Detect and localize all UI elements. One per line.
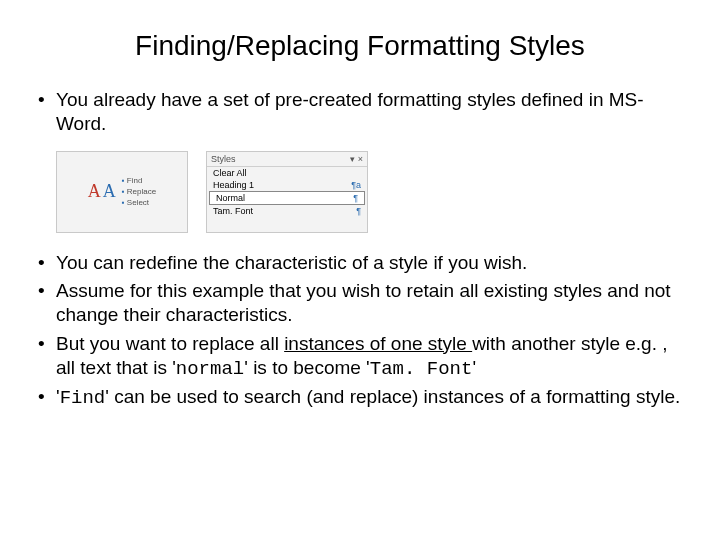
bullet-list: You already have a set of pre-created fo… xyxy=(34,88,686,137)
select-label: Select xyxy=(122,198,156,207)
code-text: Tam. Font xyxy=(370,358,473,380)
bullet-list-2: You can redefine the characteristic of a… xyxy=(34,251,686,411)
style-item: Clear All xyxy=(213,168,247,178)
replace-label: Replace xyxy=(122,187,156,196)
bullet-1: You already have a set of pre-created fo… xyxy=(34,88,686,137)
styles-pane-title: Styles xyxy=(211,154,236,164)
styles-close-icon: ▾ × xyxy=(350,154,363,164)
paragraph-mark-icon: ¶ xyxy=(356,206,361,216)
bullet-3: Assume for this example that you wish to… xyxy=(34,279,686,328)
find-label: Find xyxy=(122,176,156,185)
bullet-4: But you want to replace all instances of… xyxy=(34,332,686,382)
change-styles-icon: AA xyxy=(88,181,116,202)
editing-group: Find Replace Select xyxy=(122,176,156,207)
code-text: normal xyxy=(176,358,244,380)
underlined-text: instances of one style xyxy=(284,333,472,354)
slide-title: Finding/Replacing Formatting Styles xyxy=(34,30,686,62)
paragraph-mark-icon: ¶ xyxy=(353,193,358,203)
style-item: Tam. Font xyxy=(213,206,253,216)
screenshot-row: AA Find Replace Select Styles▾ × Clear A… xyxy=(56,151,686,233)
styles-pane-screenshot: Styles▾ × Clear All Heading 1¶a Normal¶ … xyxy=(206,151,368,233)
style-item: Heading 1 xyxy=(213,180,254,190)
paragraph-mark-icon: ¶a xyxy=(351,180,361,190)
bullet-2: You can redefine the characteristic of a… xyxy=(34,251,686,275)
code-text: Find xyxy=(60,387,106,409)
bullet-5: 'Find' can be used to search (and replac… xyxy=(34,385,686,410)
style-item-selected: Normal xyxy=(216,193,245,203)
ribbon-screenshot: AA Find Replace Select xyxy=(56,151,188,233)
